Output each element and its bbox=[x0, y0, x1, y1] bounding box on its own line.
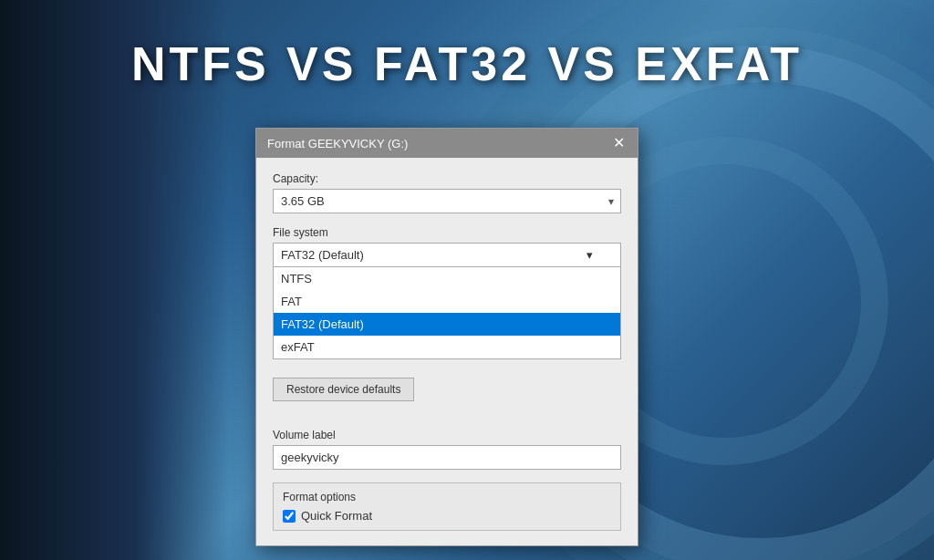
filesystem-dropdown[interactable]: FAT32 (Default) ▾ NTFS FAT FAT32 (Defaul… bbox=[273, 243, 621, 359]
page-title: NTFS VS FAT32 VS exFAT bbox=[0, 36, 934, 91]
filesystem-label: File system bbox=[273, 226, 621, 239]
capacity-label: Capacity: bbox=[273, 172, 621, 185]
filesystem-option-fat[interactable]: FAT bbox=[274, 290, 620, 313]
filesystem-option-fat32[interactable]: FAT32 (Default) bbox=[274, 313, 620, 336]
quick-format-row: Quick Format bbox=[283, 509, 611, 523]
filesystem-option-exfat[interactable]: exFAT bbox=[274, 336, 620, 358]
filesystem-selected-display[interactable]: FAT32 (Default) ▾ bbox=[273, 243, 621, 267]
volume-label-input[interactable] bbox=[273, 445, 621, 470]
close-button[interactable]: ✕ bbox=[611, 136, 627, 150]
filesystem-option-ntfs[interactable]: NTFS bbox=[274, 267, 620, 290]
restore-defaults-button[interactable]: Restore device defaults bbox=[273, 378, 414, 401]
format-options-box: Format options Quick Format bbox=[273, 482, 621, 531]
capacity-field-wrapper: 3.65 GB ▾ bbox=[273, 189, 621, 213]
dialog-body: Capacity: 3.65 GB ▾ File system FAT32 (D… bbox=[256, 158, 638, 545]
capacity-select[interactable]: 3.65 GB bbox=[273, 189, 621, 213]
volume-label-label: Volume label bbox=[273, 429, 621, 441]
quick-format-label[interactable]: Quick Format bbox=[301, 509, 372, 523]
format-dialog: Format GEEKYVICKY (G:) ✕ Capacity: 3.65 … bbox=[255, 128, 638, 546]
filesystem-dropdown-arrow: ▾ bbox=[586, 248, 593, 262]
dialog-titlebar: Format GEEKYVICKY (G:) ✕ bbox=[256, 129, 638, 158]
quick-format-checkbox[interactable] bbox=[283, 510, 296, 523]
dialog-title: Format GEEKYVICKY (G:) bbox=[267, 137, 408, 150]
filesystem-dropdown-list: NTFS FAT FAT32 (Default) exFAT bbox=[273, 267, 621, 359]
format-options-label: Format options bbox=[283, 491, 611, 503]
